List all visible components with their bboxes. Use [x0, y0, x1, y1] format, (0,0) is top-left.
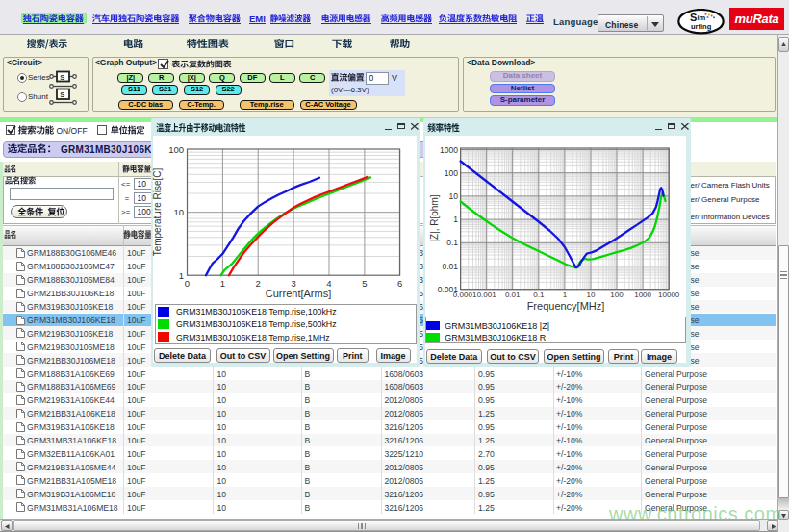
svg-text:10: 10: [449, 191, 459, 201]
svg-text:|Z|, R[ohm]: |Z|, R[ohm]: [429, 194, 440, 241]
svg-text:4: 4: [326, 278, 331, 289]
svg-text:1: 1: [220, 278, 225, 289]
svg-text:3: 3: [291, 278, 295, 289]
svg-text:0: 0: [185, 278, 190, 289]
svg-text:10: 10: [173, 207, 184, 217]
svg-text:Temperature Rise[C]: Temperature Rise[C]: [152, 167, 163, 256]
svg-text:1000: 1000: [634, 291, 651, 299]
svg-text:1000: 1000: [440, 145, 458, 155]
svg-text:0.1: 0.1: [446, 238, 458, 247]
svg-text:urfing: urfing: [691, 22, 712, 31]
svg-text:5: 5: [362, 278, 367, 289]
svg-text:10000: 10000: [658, 291, 680, 299]
svg-text:S: S: [60, 90, 64, 99]
svg-text:0.1: 0.1: [533, 291, 545, 299]
svg-text:1: 1: [179, 270, 184, 281]
svg-text:2: 2: [256, 278, 261, 289]
svg-text:Current[Arms]: Current[Arms]: [266, 288, 331, 299]
svg-text:0.001: 0.001: [477, 291, 497, 299]
svg-text:0.01: 0.01: [505, 291, 521, 299]
svg-text:0.01: 0.01: [442, 262, 458, 271]
svg-text:1: 1: [563, 291, 568, 299]
svg-text:6: 6: [397, 278, 402, 289]
svg-text:100: 100: [610, 291, 624, 299]
svg-text:100: 100: [445, 168, 458, 178]
svg-text:1: 1: [453, 215, 458, 224]
svg-text:Frequency[MHz]: Frequency[MHz]: [527, 300, 605, 312]
svg-text:S: S: [60, 73, 64, 82]
svg-text:0.001: 0.001: [438, 285, 459, 294]
svg-text:100: 100: [168, 144, 184, 155]
svg-text:10: 10: [587, 291, 596, 299]
